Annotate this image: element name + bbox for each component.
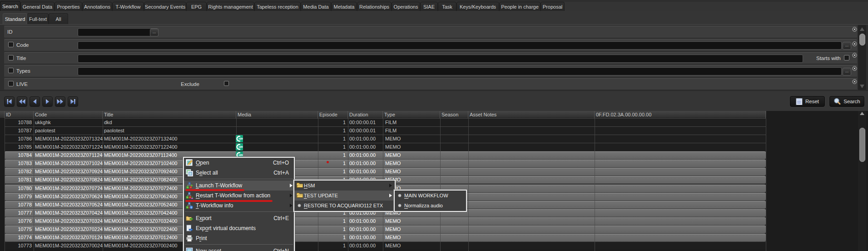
svg-text:H264: H264	[238, 137, 243, 140]
svg-text:H264: H264	[238, 154, 243, 156]
svg-text:H264: H264	[238, 146, 243, 148]
